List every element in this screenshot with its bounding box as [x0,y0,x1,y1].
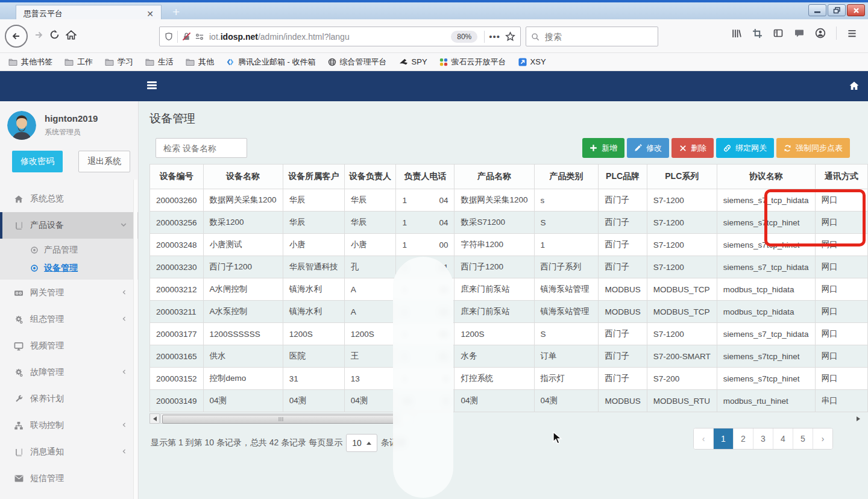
table-row[interactable]: 200003260数据网关采集1200华辰华辰104数据网关采集1200s西门子… [150,189,868,212]
sidebar-subitem[interactable]: 产品管理 [0,241,138,259]
sidebar-item[interactable]: 系统总览 [0,186,138,212]
column-header[interactable]: 负责人电话 [396,165,454,189]
table-row[interactable]: 20000314904测04测04测15804测04测MODBUSMODBUS_… [150,390,868,412]
sidebar-scrollbar[interactable] [133,180,137,499]
forward-button[interactable] [34,30,43,42]
sidebar-item[interactable]: 产品设备 [0,212,138,239]
bookmark-item[interactable]: 学习 [105,57,133,67]
browser-search-input[interactable] [544,31,653,42]
tracking-shield-icon[interactable] [165,32,173,41]
page-prev-button[interactable]: ‹ [694,428,713,449]
window-titlebar: 思普云平台 ✕ + [0,0,868,19]
page-button-3[interactable]: 3 [753,428,773,449]
sidebar-item[interactable]: 网关管理 [0,280,138,306]
back-button[interactable] [5,25,28,48]
logout-button[interactable]: 退出系统 [78,151,130,172]
table-row[interactable]: 200003248小唐测试小唐小唐100字符串12001西门子S7-1200si… [150,234,868,256]
bookmark-item[interactable]: 腾讯企业邮箱 - 收件箱 [226,57,316,67]
url-bar[interactable]: iot.idosp.net/admin/index.html?langu 80%… [159,27,521,46]
bookmark-item[interactable]: 生活 [145,57,174,67]
browser-search-bar[interactable] [526,27,658,46]
horizontal-scrollbar[interactable] [149,413,863,424]
sidebar-item[interactable]: 组态管理 [0,306,138,333]
chevron-left-icon [121,315,127,324]
window-minimize-button[interactable] [808,4,826,16]
sidebar-item[interactable]: 消息通知 [0,439,138,465]
sidebar-collapse-icon[interactable] [147,81,157,90]
column-header[interactable]: 产品类别 [534,165,599,189]
library-icon[interactable] [731,28,742,39]
column-header[interactable]: PLC系列 [647,165,717,189]
tab-close-icon[interactable]: ✕ [144,8,156,19]
sidebar-item[interactable]: 车间管理 [0,492,138,499]
column-header[interactable]: 通讯方式 [815,165,867,189]
page-actions-icon[interactable]: ••• [489,31,500,42]
home-button[interactable] [66,30,77,43]
sidebar-item[interactable]: 故障管理 [0,359,138,386]
column-header[interactable]: PLC品牌 [599,165,647,189]
reload-button[interactable] [49,30,60,42]
device-search-box[interactable] [156,138,247,158]
cell-protocol: siemens_s7tcp_hinet [717,345,815,368]
window-close-button[interactable] [847,4,865,16]
permissions-icon[interactable] [195,33,204,41]
account-icon[interactable] [815,28,826,39]
page-button-1[interactable]: 1 [713,428,733,449]
new-tab-button[interactable]: + [172,6,180,18]
bookmark-item[interactable]: 工作 [64,57,93,67]
page-next-button[interactable]: › [813,428,832,449]
cell-comm: 网口 [815,256,867,278]
scrollbar-thumb[interactable] [162,415,400,424]
app-home-icon[interactable] [849,81,860,91]
menu-icon[interactable] [847,29,857,38]
table-row[interactable]: 200003256数采1200华辰华辰104数采S71200S西门子S7-120… [150,212,868,234]
scrollbar-track[interactable] [160,413,412,424]
sidebar-item[interactable]: 联动控制 [0,412,138,439]
scroll-right-button[interactable] [853,413,863,424]
scroll-left-button[interactable] [149,413,160,424]
delete-button[interactable]: 删除 [671,138,714,158]
column-header[interactable]: 设备编号 [150,165,204,189]
sidebar-item[interactable]: 保养计划 [0,386,138,412]
page-button-4[interactable]: 4 [773,428,793,449]
sidebar-item[interactable]: 视频管理 [0,333,138,359]
cell-customer: 华辰 [283,212,344,234]
avatar[interactable] [7,111,36,140]
force-sync-button[interactable]: 强制同步点表 [776,138,850,158]
column-header[interactable]: 设备名称 [203,165,283,189]
column-header[interactable]: 协议名称 [717,165,815,189]
bookmark-item[interactable]: 综合管理平台 [328,57,387,67]
bookmark-item[interactable]: 萤石云开放平台 [439,57,506,67]
add-button[interactable]: 新增 [582,138,624,158]
bookmark-item[interactable]: XSY [518,57,546,66]
bookmark-star-icon[interactable] [505,31,515,42]
edit-button[interactable]: 修改 [627,138,669,158]
table-row[interactable]: 200003152控制demo311318灯控系统指示灯西门子S7-200sie… [150,368,868,390]
sidebar-subitem[interactable]: 设备管理 [0,259,138,277]
table-row[interactable]: 200003212A水闸控制镇海水利A133庶来门前泵站镇海泵站管理MODBUS… [150,278,868,301]
sidebar-toggle-icon[interactable] [773,28,784,38]
sidebar-item[interactable]: 短信管理 [0,465,138,492]
messages-icon[interactable] [794,28,805,38]
column-header[interactable]: 产品名称 [454,165,534,189]
bind-gateway-button[interactable]: 绑定网关 [716,138,774,158]
page-button-5[interactable]: 5 [793,428,813,449]
bookmark-item[interactable]: 其他书签 [8,57,52,67]
table-row[interactable]: 200003230西门子1200华辰智通科技孔131西门子1200西门子系列西门… [150,256,868,278]
bookmark-item[interactable]: 其他 [186,57,214,67]
table-row[interactable]: 200003211A水泵控制镇海水利A133庶来门前泵站镇海泵站管理MODBUS… [150,301,868,323]
window-restore-button[interactable] [828,4,846,16]
change-password-button[interactable]: 修改密码 [12,151,63,172]
device-search-input[interactable] [162,143,241,154]
zoom-level-badge[interactable]: 80% [451,31,477,43]
column-header[interactable]: 设备所属客户 [283,165,344,189]
page-size-dropdown[interactable]: 10 [346,434,377,452]
insecure-lock-icon[interactable] [182,32,191,41]
screenshot-icon[interactable] [752,28,763,39]
bookmark-item[interactable]: SPY [399,57,427,66]
page-button-2[interactable]: 2 [733,428,753,449]
column-header[interactable]: 设备负责人 [344,165,396,189]
table-row[interactable]: 200003165供水医院王141水务订单西门子S7-200-SMARTsiem… [150,345,868,368]
desktop-icon [13,342,24,351]
table-row[interactable]: 2000031771200SSSSSS1200S1200S1881200SS西门… [150,323,868,345]
